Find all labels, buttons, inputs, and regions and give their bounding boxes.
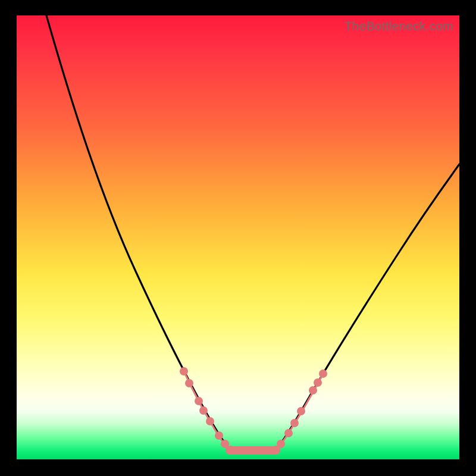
- left-curve: [46, 15, 230, 450]
- svg-point-2: [195, 397, 203, 405]
- svg-point-13: [309, 386, 317, 394]
- svg-point-14: [314, 378, 322, 387]
- svg-point-0: [180, 367, 188, 375]
- svg-point-3: [199, 406, 208, 415]
- plot-area: TheBottleneck.com: [17, 15, 459, 459]
- svg-point-11: [290, 419, 299, 427]
- svg-point-5: [215, 431, 223, 440]
- svg-point-10: [284, 429, 293, 437]
- svg-point-15: [319, 369, 327, 378]
- chart-svg: [17, 15, 459, 459]
- svg-point-9: [277, 440, 285, 448]
- right-dots: [272, 369, 327, 454]
- left-dots: [180, 367, 234, 454]
- svg-point-1: [185, 379, 193, 387]
- svg-point-12: [297, 407, 305, 415]
- svg-point-4: [206, 417, 214, 425]
- chart-frame: TheBottleneck.com: [0, 0, 476, 476]
- svg-point-7: [226, 446, 234, 454]
